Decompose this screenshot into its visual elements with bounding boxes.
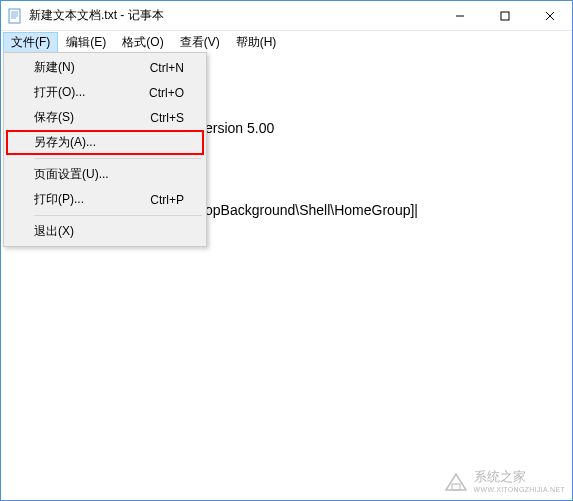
file-dropdown-menu: 新建(N) Ctrl+N 打开(O)... Ctrl+O 保存(S) Ctrl+… xyxy=(3,52,207,247)
menu-save[interactable]: 保存(S) Ctrl+S xyxy=(6,105,204,130)
menu-label: 打开(O)... xyxy=(34,84,85,101)
close-button[interactable] xyxy=(527,1,572,30)
menu-label: 新建(N) xyxy=(34,59,75,76)
menu-format[interactable]: 格式(O) xyxy=(114,32,171,53)
menu-label: 退出(X) xyxy=(34,223,74,240)
window-controls xyxy=(437,1,572,30)
menu-label: 打印(P)... xyxy=(34,191,84,208)
menu-pagesetup[interactable]: 页面设置(U)... xyxy=(6,162,204,187)
menu-file[interactable]: 文件(F) xyxy=(3,32,58,53)
minimize-button[interactable] xyxy=(437,1,482,30)
svg-rect-6 xyxy=(501,12,509,20)
menu-shortcut: Ctrl+N xyxy=(150,61,184,75)
text-line: opBackground\Shell\HomeGroup]| xyxy=(205,201,568,219)
menu-saveas[interactable]: 另存为(A)... xyxy=(6,130,204,155)
text-line: ersion 5.00 xyxy=(205,119,568,137)
menu-shortcut: Ctrl+O xyxy=(149,86,184,100)
menu-shortcut: Ctrl+P xyxy=(150,193,184,207)
menu-help[interactable]: 帮助(H) xyxy=(228,32,285,53)
watermark-text: 系统之家 WWW.XITONGZHIJIA.NET xyxy=(474,468,565,493)
maximize-button[interactable] xyxy=(482,1,527,30)
menu-separator xyxy=(34,158,202,159)
menu-label: 页面设置(U)... xyxy=(34,166,109,183)
window-title: 新建文本文档.txt - 记事本 xyxy=(29,7,437,24)
svg-rect-9 xyxy=(452,484,460,490)
notepad-icon xyxy=(7,8,23,24)
menubar: 文件(F) 编辑(E) 格式(O) 查看(V) 帮助(H) xyxy=(1,31,572,53)
menu-label: 保存(S) xyxy=(34,109,74,126)
menu-open[interactable]: 打开(O)... Ctrl+O xyxy=(6,80,204,105)
menu-view[interactable]: 查看(V) xyxy=(172,32,228,53)
watermark: 系统之家 WWW.XITONGZHIJIA.NET xyxy=(444,468,565,493)
watermark-icon xyxy=(444,470,468,492)
menu-label: 另存为(A)... xyxy=(34,134,96,151)
menu-edit[interactable]: 编辑(E) xyxy=(58,32,114,53)
menu-exit[interactable]: 退出(X) xyxy=(6,219,204,244)
menu-shortcut: Ctrl+S xyxy=(150,111,184,125)
menu-print[interactable]: 打印(P)... Ctrl+P xyxy=(6,187,204,212)
menu-separator xyxy=(34,215,202,216)
menu-new[interactable]: 新建(N) Ctrl+N xyxy=(6,55,204,80)
titlebar: 新建文本文档.txt - 记事本 xyxy=(1,1,572,31)
